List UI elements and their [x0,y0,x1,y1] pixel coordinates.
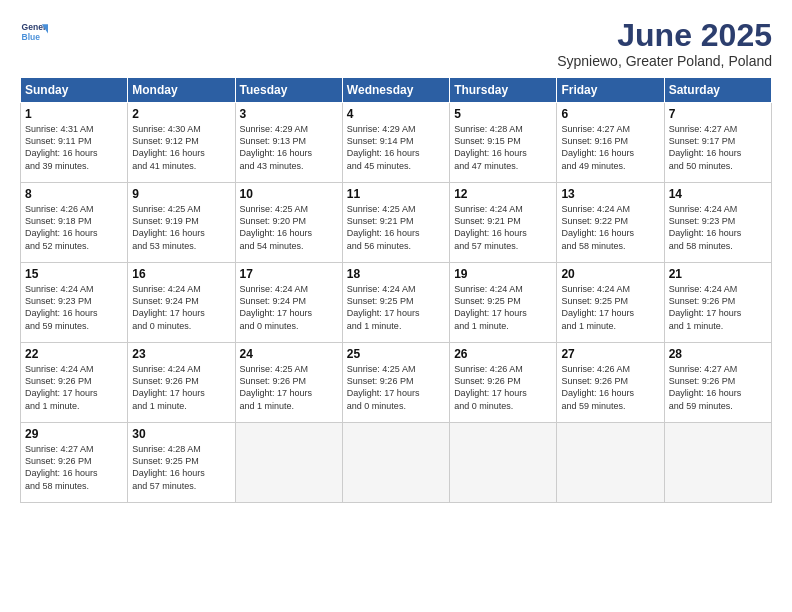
day-number: 9 [132,187,230,201]
header: General Blue June 2025 Sypniewo, Greater… [20,18,772,69]
calendar-cell: 2Sunrise: 4:30 AMSunset: 9:12 PMDaylight… [128,103,235,183]
cell-info: Sunrise: 4:30 AMSunset: 9:12 PMDaylight:… [132,123,230,172]
calendar-header-row: SundayMondayTuesdayWednesdayThursdayFrid… [21,78,772,103]
calendar-cell: 27Sunrise: 4:26 AMSunset: 9:26 PMDayligh… [557,343,664,423]
cell-info: Sunrise: 4:24 AMSunset: 9:26 PMDaylight:… [132,363,230,412]
day-number: 24 [240,347,338,361]
calendar-cell: 11Sunrise: 4:25 AMSunset: 9:21 PMDayligh… [342,183,449,263]
cell-info: Sunrise: 4:28 AMSunset: 9:15 PMDaylight:… [454,123,552,172]
calendar-cell: 24Sunrise: 4:25 AMSunset: 9:26 PMDayligh… [235,343,342,423]
day-number: 3 [240,107,338,121]
svg-text:Blue: Blue [22,32,41,42]
day-header-saturday: Saturday [664,78,771,103]
calendar-cell: 20Sunrise: 4:24 AMSunset: 9:25 PMDayligh… [557,263,664,343]
cell-info: Sunrise: 4:27 AMSunset: 9:26 PMDaylight:… [25,443,123,492]
day-number: 7 [669,107,767,121]
calendar-cell [664,423,771,503]
cell-info: Sunrise: 4:29 AMSunset: 9:13 PMDaylight:… [240,123,338,172]
day-header-thursday: Thursday [450,78,557,103]
day-header-wednesday: Wednesday [342,78,449,103]
cell-info: Sunrise: 4:24 AMSunset: 9:25 PMDaylight:… [561,283,659,332]
cell-info: Sunrise: 4:24 AMSunset: 9:23 PMDaylight:… [669,203,767,252]
cell-info: Sunrise: 4:24 AMSunset: 9:21 PMDaylight:… [454,203,552,252]
calendar-cell: 13Sunrise: 4:24 AMSunset: 9:22 PMDayligh… [557,183,664,263]
calendar-cell [342,423,449,503]
cell-info: Sunrise: 4:25 AMSunset: 9:21 PMDaylight:… [347,203,445,252]
cell-info: Sunrise: 4:24 AMSunset: 9:25 PMDaylight:… [454,283,552,332]
week-row-1: 1Sunrise: 4:31 AMSunset: 9:11 PMDaylight… [21,103,772,183]
cell-info: Sunrise: 4:27 AMSunset: 9:26 PMDaylight:… [669,363,767,412]
cell-info: Sunrise: 4:27 AMSunset: 9:17 PMDaylight:… [669,123,767,172]
week-row-4: 22Sunrise: 4:24 AMSunset: 9:26 PMDayligh… [21,343,772,423]
calendar-cell: 6Sunrise: 4:27 AMSunset: 9:16 PMDaylight… [557,103,664,183]
day-number: 26 [454,347,552,361]
cell-info: Sunrise: 4:25 AMSunset: 9:20 PMDaylight:… [240,203,338,252]
day-number: 18 [347,267,445,281]
cell-info: Sunrise: 4:24 AMSunset: 9:25 PMDaylight:… [347,283,445,332]
day-number: 29 [25,427,123,441]
logo-icon: General Blue [20,18,48,46]
week-row-3: 15Sunrise: 4:24 AMSunset: 9:23 PMDayligh… [21,263,772,343]
day-number: 5 [454,107,552,121]
calendar-cell: 18Sunrise: 4:24 AMSunset: 9:25 PMDayligh… [342,263,449,343]
cell-info: Sunrise: 4:29 AMSunset: 9:14 PMDaylight:… [347,123,445,172]
calendar-cell: 22Sunrise: 4:24 AMSunset: 9:26 PMDayligh… [21,343,128,423]
calendar-cell: 3Sunrise: 4:29 AMSunset: 9:13 PMDaylight… [235,103,342,183]
day-number: 8 [25,187,123,201]
title-block: June 2025 Sypniewo, Greater Poland, Pola… [557,18,772,69]
cell-info: Sunrise: 4:24 AMSunset: 9:24 PMDaylight:… [132,283,230,332]
day-number: 13 [561,187,659,201]
calendar-cell: 23Sunrise: 4:24 AMSunset: 9:26 PMDayligh… [128,343,235,423]
day-number: 15 [25,267,123,281]
day-number: 4 [347,107,445,121]
calendar-cell: 19Sunrise: 4:24 AMSunset: 9:25 PMDayligh… [450,263,557,343]
calendar-cell: 7Sunrise: 4:27 AMSunset: 9:17 PMDaylight… [664,103,771,183]
calendar-cell: 4Sunrise: 4:29 AMSunset: 9:14 PMDaylight… [342,103,449,183]
day-number: 16 [132,267,230,281]
calendar-cell: 1Sunrise: 4:31 AMSunset: 9:11 PMDaylight… [21,103,128,183]
location-subtitle: Sypniewo, Greater Poland, Poland [557,53,772,69]
calendar-cell: 26Sunrise: 4:26 AMSunset: 9:26 PMDayligh… [450,343,557,423]
cell-info: Sunrise: 4:26 AMSunset: 9:18 PMDaylight:… [25,203,123,252]
day-number: 6 [561,107,659,121]
month-title: June 2025 [557,18,772,53]
calendar-cell: 5Sunrise: 4:28 AMSunset: 9:15 PMDaylight… [450,103,557,183]
calendar-cell: 30Sunrise: 4:28 AMSunset: 9:25 PMDayligh… [128,423,235,503]
calendar-cell: 10Sunrise: 4:25 AMSunset: 9:20 PMDayligh… [235,183,342,263]
day-number: 30 [132,427,230,441]
day-number: 2 [132,107,230,121]
cell-info: Sunrise: 4:25 AMSunset: 9:26 PMDaylight:… [240,363,338,412]
day-number: 14 [669,187,767,201]
day-header-monday: Monday [128,78,235,103]
cell-info: Sunrise: 4:24 AMSunset: 9:24 PMDaylight:… [240,283,338,332]
calendar-cell: 17Sunrise: 4:24 AMSunset: 9:24 PMDayligh… [235,263,342,343]
calendar-cell: 12Sunrise: 4:24 AMSunset: 9:21 PMDayligh… [450,183,557,263]
cell-info: Sunrise: 4:24 AMSunset: 9:23 PMDaylight:… [25,283,123,332]
day-number: 11 [347,187,445,201]
calendar-cell: 15Sunrise: 4:24 AMSunset: 9:23 PMDayligh… [21,263,128,343]
cell-info: Sunrise: 4:25 AMSunset: 9:19 PMDaylight:… [132,203,230,252]
day-number: 12 [454,187,552,201]
week-row-2: 8Sunrise: 4:26 AMSunset: 9:18 PMDaylight… [21,183,772,263]
calendar-cell: 9Sunrise: 4:25 AMSunset: 9:19 PMDaylight… [128,183,235,263]
calendar-cell [450,423,557,503]
day-number: 23 [132,347,230,361]
day-header-sunday: Sunday [21,78,128,103]
calendar-cell: 29Sunrise: 4:27 AMSunset: 9:26 PMDayligh… [21,423,128,503]
cell-info: Sunrise: 4:24 AMSunset: 9:26 PMDaylight:… [25,363,123,412]
calendar-cell: 21Sunrise: 4:24 AMSunset: 9:26 PMDayligh… [664,263,771,343]
calendar-cell [235,423,342,503]
day-number: 21 [669,267,767,281]
day-header-friday: Friday [557,78,664,103]
day-number: 19 [454,267,552,281]
week-row-5: 29Sunrise: 4:27 AMSunset: 9:26 PMDayligh… [21,423,772,503]
page: General Blue June 2025 Sypniewo, Greater… [0,0,792,612]
cell-info: Sunrise: 4:25 AMSunset: 9:26 PMDaylight:… [347,363,445,412]
day-number: 1 [25,107,123,121]
cell-info: Sunrise: 4:28 AMSunset: 9:25 PMDaylight:… [132,443,230,492]
cell-info: Sunrise: 4:26 AMSunset: 9:26 PMDaylight:… [454,363,552,412]
calendar-cell: 14Sunrise: 4:24 AMSunset: 9:23 PMDayligh… [664,183,771,263]
day-number: 17 [240,267,338,281]
calendar-cell [557,423,664,503]
cell-info: Sunrise: 4:24 AMSunset: 9:22 PMDaylight:… [561,203,659,252]
